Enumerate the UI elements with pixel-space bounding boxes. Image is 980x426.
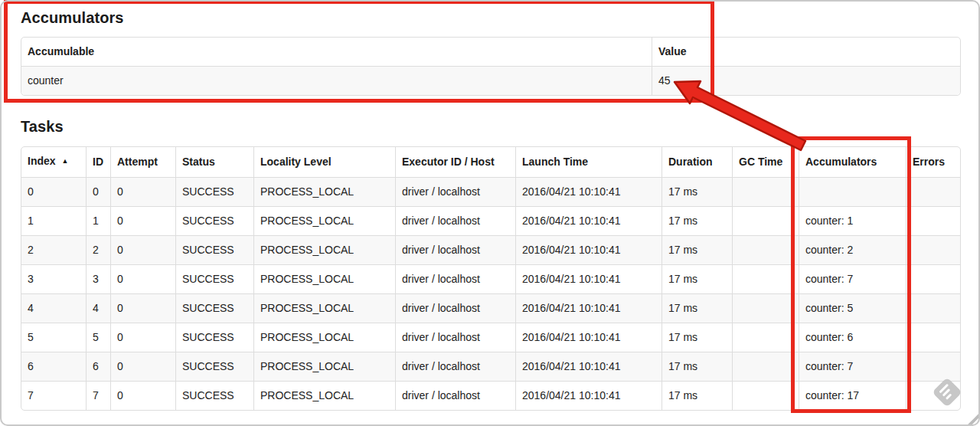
cell-attempt: 0	[110, 381, 175, 410]
cell-locality: PROCESS_LOCAL	[253, 293, 395, 323]
cell-id: 6	[86, 352, 110, 381]
table-row: 770SUCCESSPROCESS_LOCALdriver / localhos…	[21, 381, 960, 410]
cell-duration: 17 ms	[662, 352, 732, 381]
cell-id: 3	[86, 264, 110, 293]
column-header-label: Index	[28, 155, 56, 167]
column-header-label: Locality Level	[260, 156, 332, 168]
cell-attempt: 0	[110, 177, 175, 206]
accumulators-heading: Accumulators	[21, 10, 959, 26]
accumulators-table-body: counter45	[21, 66, 960, 95]
cell-attempt: 0	[110, 293, 175, 323]
column-header-attempt[interactable]: Attempt	[110, 147, 175, 177]
column-header-label: Errors	[913, 156, 945, 168]
cell-errors	[906, 206, 960, 235]
cell-launch: 2016/04/21 10:10:41	[515, 177, 662, 206]
column-header-label: Accumulators	[805, 156, 877, 168]
cell-duration: 17 ms	[662, 206, 732, 235]
column-header-errors[interactable]: Errors	[906, 147, 960, 177]
cell-id: 7	[86, 381, 110, 410]
column-header-launch-time[interactable]: Launch Time	[515, 147, 662, 177]
cell-locality: PROCESS_LOCAL	[253, 206, 395, 235]
cell-accumulators: counter: 17	[799, 381, 906, 410]
cell-executor: driver / localhost	[395, 352, 515, 381]
cell-attempt: 0	[110, 352, 175, 381]
cell-executor: driver / localhost	[395, 206, 515, 235]
cell-status: SUCCESS	[175, 206, 253, 235]
cell-locality: PROCESS_LOCAL	[253, 177, 395, 206]
cell-launch: 2016/04/21 10:10:41	[515, 206, 662, 235]
accumulators-table: AccumulableValue counter45	[21, 37, 961, 96]
column-header-id[interactable]: ID	[86, 147, 110, 177]
cell-locality: PROCESS_LOCAL	[253, 323, 395, 352]
cell-executor: driver / localhost	[395, 235, 515, 264]
cell-gc	[732, 352, 799, 381]
cell-accumulators: counter: 1	[799, 206, 906, 235]
cell-index: 4	[21, 293, 86, 323]
cell-status: SUCCESS	[175, 264, 253, 293]
column-header-label: Value	[658, 45, 687, 57]
cell-errors	[906, 323, 960, 352]
column-header-gc-time[interactable]: GC Time	[732, 147, 799, 177]
cell-gc	[732, 323, 799, 352]
cell-launch: 2016/04/21 10:10:41	[515, 381, 662, 410]
cell-accumulators: counter: 7	[799, 264, 906, 293]
cell-index: 2	[21, 235, 86, 264]
cell-attempt: 0	[110, 264, 175, 293]
cell-duration: 17 ms	[662, 381, 732, 410]
cell-gc	[732, 264, 799, 293]
column-header-label: Duration	[668, 156, 713, 168]
cell-accumulators: counter: 2	[799, 235, 906, 264]
cell-launch: 2016/04/21 10:10:41	[515, 264, 662, 293]
cell-executor: driver / localhost	[395, 381, 515, 410]
cell-accumulators	[799, 177, 906, 206]
cell-launch: 2016/04/21 10:10:41	[515, 293, 662, 323]
cell-index: 5	[21, 323, 86, 352]
cell-id: 4	[86, 293, 110, 323]
column-header-label: ID	[93, 156, 103, 168]
cell-attempt: 0	[110, 323, 175, 352]
cell-status: SUCCESS	[175, 323, 253, 352]
column-header-label: Launch Time	[522, 156, 588, 168]
cell-accumulators: counter: 5	[799, 293, 906, 323]
column-header-duration[interactable]: Duration	[662, 147, 732, 177]
spark-stage-page: Accumulators AccumulableValue counter45 …	[21, 0, 959, 411]
cell-status: SUCCESS	[175, 177, 253, 206]
cell-status: SUCCESS	[175, 352, 253, 381]
column-header-index[interactable]: Index▲	[21, 147, 86, 177]
cell-executor: driver / localhost	[395, 323, 515, 352]
cell-duration: 17 ms	[662, 323, 732, 352]
cell-attempt: 0	[110, 235, 175, 264]
cell-accumulators: counter: 7	[799, 352, 906, 381]
cell-id: 5	[86, 323, 110, 352]
table-row: 660SUCCESSPROCESS_LOCALdriver / localhos…	[21, 352, 960, 381]
tasks-table: Index▲IDAttemptStatusLocality LevelExecu…	[21, 146, 961, 411]
cell-status: SUCCESS	[175, 381, 253, 410]
table-header-row: Index▲IDAttemptStatusLocality LevelExecu…	[21, 147, 960, 177]
cell-locality: PROCESS_LOCAL	[253, 352, 395, 381]
table-row: 220SUCCESSPROCESS_LOCALdriver / localhos…	[21, 235, 960, 264]
cell-index: 7	[21, 381, 86, 410]
column-header-executor-id-host[interactable]: Executor ID / Host	[395, 147, 515, 177]
table-row: 110SUCCESSPROCESS_LOCALdriver / localhos…	[21, 206, 960, 235]
column-header-label: Attempt	[117, 156, 158, 168]
column-header-value: Value	[652, 38, 960, 66]
cell-accumulators: counter: 6	[799, 323, 906, 352]
column-header-status[interactable]: Status	[175, 147, 253, 177]
column-header-label: Executor ID / Host	[402, 156, 495, 168]
cell-locality: PROCESS_LOCAL	[253, 264, 395, 293]
column-header-locality-level[interactable]: Locality Level	[253, 147, 395, 177]
cell-index: 0	[21, 177, 86, 206]
cell-locality: PROCESS_LOCAL	[253, 235, 395, 264]
column-header-accumulators[interactable]: Accumulators	[799, 147, 906, 177]
cell-executor: driver / localhost	[395, 264, 515, 293]
cell-launch: 2016/04/21 10:10:41	[515, 352, 662, 381]
table-row: 550SUCCESSPROCESS_LOCALdriver / localhos…	[21, 323, 960, 352]
watermark-pen-mark	[966, 411, 980, 426]
cell-gc	[732, 206, 799, 235]
sort-ascending-icon: ▲	[62, 157, 69, 165]
cell-duration: 17 ms	[662, 293, 732, 323]
cell-gc	[732, 235, 799, 264]
cell-gc	[732, 381, 799, 410]
column-header-label: GC Time	[739, 156, 782, 168]
cell-value: 45	[652, 66, 960, 95]
